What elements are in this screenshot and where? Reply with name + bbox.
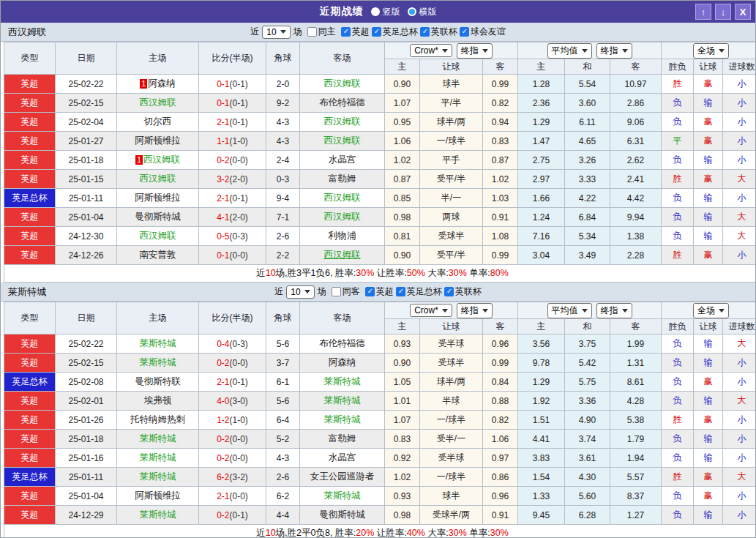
team-link[interactable]: 阿森纳	[329, 357, 356, 367]
team-link[interactable]: 莱斯特城	[324, 376, 361, 386]
bookmaker-select[interactable]: Crow*	[410, 44, 452, 57]
team-link[interactable]: 埃弗顿	[144, 395, 172, 406]
home-team-cell: 莱斯特城	[117, 335, 199, 354]
corner-cell: 2-6	[266, 227, 300, 246]
team-link[interactable]: 南安普敦	[140, 250, 176, 260]
subcol-crow-home: 主	[385, 319, 420, 335]
team-link[interactable]: 利物浦	[329, 231, 356, 241]
team-link[interactable]: 莱斯特城	[140, 509, 176, 520]
same-venue-checkbox[interactable]: 同客	[332, 285, 360, 298]
team-link[interactable]: 托特纳姆热刺	[130, 414, 185, 425]
odds-stage-select-1[interactable]: 终指	[457, 43, 493, 59]
league-filter-4[interactable]: 球会友谊	[460, 26, 506, 38]
league-filter-2[interactable]: 英足总杯	[396, 285, 442, 298]
section-filterbar: 西汉姆联 近 10 场 同主 英超英足总杯英联杯球会友谊	[1, 23, 755, 42]
corner-cell: 4-4	[266, 506, 300, 525]
horizontal-mode-radio[interactable]: 横版	[408, 6, 437, 18]
home-team-cell: 西汉姆联	[117, 94, 199, 113]
halftime-score: (0-0)	[230, 491, 248, 501]
team-link[interactable]: 曼彻斯特城	[135, 212, 181, 222]
fulltime-select[interactable]: 全场	[693, 303, 729, 318]
avg-draw-odds-cell: 6.11	[565, 113, 610, 132]
team-link[interactable]: 莱斯特城	[140, 471, 176, 482]
team-link[interactable]: 阿森纳	[148, 78, 176, 89]
fulltime-score: 0-1	[217, 79, 229, 89]
crow-home-odds-cell: 1.06	[385, 132, 420, 151]
average-select[interactable]: 平均值	[547, 43, 592, 59]
halftime-score: (0-1)	[230, 193, 248, 203]
team-link[interactable]: 莱斯特城	[140, 433, 176, 444]
halftime-score: (1-0)	[230, 415, 248, 425]
odds-stage-select-2[interactable]: 终指	[596, 303, 632, 318]
odds-stage-select-2[interactable]: 终指	[596, 43, 632, 59]
matches-count-select[interactable]: 10	[262, 26, 290, 39]
league-type-cell: 英足总杯	[4, 189, 56, 208]
matches-count-select[interactable]: 10	[286, 285, 314, 299]
avg-away-odds-cell: 9.06	[610, 113, 662, 132]
chevron-down-icon	[582, 49, 588, 53]
team-link[interactable]: 西汉姆联	[324, 116, 361, 127]
team-link[interactable]: 布伦特福德	[319, 338, 365, 348]
corner-cell: 6-1	[266, 373, 300, 392]
average-select[interactable]: 平均值	[547, 303, 592, 318]
team-link[interactable]: 女王公园巡游者	[310, 471, 375, 482]
vertical-mode-radio[interactable]: 竖版	[371, 6, 400, 18]
league-filter-2[interactable]: 英足总杯	[372, 26, 418, 38]
odds-stage-select-1[interactable]: 终指	[457, 303, 493, 318]
corner-cell: 7-1	[266, 208, 300, 227]
league-type-cell: 英超	[4, 170, 56, 189]
bookmaker-select[interactable]: Crow*	[410, 304, 452, 317]
team-link[interactable]: 西汉姆联	[143, 154, 180, 165]
fulltime-score: 0-4	[217, 339, 229, 349]
team-link[interactable]: 莱斯特城	[324, 414, 361, 425]
team-link[interactable]: 西汉姆联	[324, 135, 361, 146]
recent-label-prefix: 近	[274, 285, 283, 298]
team-link[interactable]: 西汉姆联	[140, 231, 176, 241]
team-link[interactable]: 阿斯顿维拉	[135, 193, 181, 203]
close-button[interactable]: X	[735, 4, 751, 20]
team-link[interactable]: 富勒姆	[329, 173, 356, 184]
league-filter-1[interactable]: 英超	[341, 26, 370, 38]
team-link[interactable]: 莱斯特城	[140, 452, 176, 463]
crow-home-odds-cell: 0.95	[385, 113, 420, 132]
team-link[interactable]: 莱斯特城	[324, 490, 361, 501]
chevron-down-icon	[442, 309, 448, 313]
league-filter-3[interactable]: 英联杯	[444, 285, 482, 298]
league-filter-3[interactable]: 英联杯	[420, 26, 457, 38]
move-down-button[interactable]: ↓	[715, 4, 731, 20]
team-link[interactable]: 阿斯顿维拉	[135, 135, 181, 146]
team-link[interactable]: 富勒姆	[329, 433, 356, 444]
team-link[interactable]: 切尔西	[144, 116, 172, 127]
avg-draw-odds-cell: 3.49	[565, 246, 610, 265]
team-link[interactable]: 西汉姆联	[324, 212, 361, 222]
league-filter-1[interactable]: 英超	[365, 285, 394, 298]
team-link[interactable]: 水晶宫	[329, 452, 356, 463]
team-link[interactable]: 布伦特福德	[319, 97, 365, 108]
team-link[interactable]: 西汉姆联	[324, 193, 361, 203]
team-link[interactable]: 西汉姆联	[324, 78, 361, 89]
goals-ou-cell: 小	[723, 354, 756, 373]
team-link[interactable]: 西汉姆联	[140, 173, 176, 184]
team-link[interactable]: 莱斯特城	[140, 338, 176, 348]
score-cell: 0-2(0-0)	[199, 449, 266, 468]
fulltime-select[interactable]: 全场	[693, 43, 729, 59]
handicap-result-cell: 赢	[694, 373, 723, 392]
move-up-button[interactable]: ↑	[695, 4, 711, 20]
team-link[interactable]: 莱斯特城	[324, 395, 361, 406]
team-link[interactable]: 曼彻斯特城	[319, 509, 365, 520]
results-table: 类型 日期 主场 比分(半场) 角球 客场 Crow* 终指 平均值	[4, 302, 756, 538]
subcol-avg-home: 主	[518, 319, 565, 335]
team-link[interactable]: 阿斯顿维拉	[135, 490, 181, 501]
team-link[interactable]: 西汉姆联	[140, 97, 176, 108]
league-filter-group: 英超英足总杯英联杯	[363, 285, 482, 299]
team-link[interactable]: 水晶宫	[329, 154, 356, 165]
same-venue-checkbox[interactable]: 同主	[307, 26, 336, 38]
team-link[interactable]: 莱斯特城	[140, 357, 176, 367]
team-link[interactable]: 曼彻斯特联	[135, 376, 181, 386]
goals-ou-cell: 小	[723, 75, 756, 94]
handicap-result-cell: 赢	[694, 468, 723, 487]
avg-home-odds-cell: 7.16	[518, 227, 565, 246]
halftime-score: (2-0)	[230, 212, 248, 223]
result-cell: 胜	[662, 170, 694, 189]
team-link[interactable]: 西汉姆联	[324, 250, 361, 260]
